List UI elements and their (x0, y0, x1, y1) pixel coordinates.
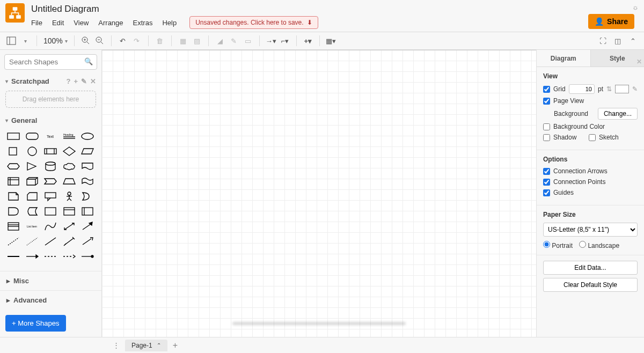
to-front-icon[interactable]: ▦ (178, 36, 188, 46)
undo-icon[interactable]: ↶ (118, 36, 128, 46)
drawing-canvas[interactable] (102, 50, 537, 337)
edit-icon[interactable]: ✎ (81, 77, 87, 85)
help-icon[interactable]: ? (66, 77, 70, 85)
shape-dotted-line[interactable] (24, 235, 40, 248)
shape-list[interactable] (5, 220, 21, 233)
portrait-radio[interactable] (543, 241, 550, 248)
menu-edit[interactable]: Edit (52, 19, 64, 27)
line-color-icon[interactable]: ✎ (229, 36, 239, 46)
fill-color-icon[interactable]: ◢ (215, 36, 225, 46)
shape-card[interactable] (24, 190, 40, 203)
scratchpad-header[interactable]: ▾ Scratchpad ? + ✎ ✕ (0, 74, 101, 89)
shape-rectangle[interactable] (5, 130, 21, 143)
guides-checkbox[interactable] (543, 189, 550, 196)
stepper-icon[interactable]: ⇅ (606, 85, 612, 93)
bg-color-checkbox[interactable] (543, 123, 550, 130)
zoom-dropdown[interactable]: 100% ▾ (43, 36, 68, 45)
landscape-radio-label[interactable]: Landscape (579, 241, 619, 249)
shape-data-storage[interactable] (24, 205, 40, 218)
edit-data-button[interactable]: Edit Data... (543, 261, 638, 275)
shape-list-item[interactable]: List Item (24, 220, 40, 233)
shadow-checkbox[interactable] (543, 134, 550, 141)
shape-rounded-rect[interactable] (24, 130, 40, 143)
grid-size-input[interactable] (569, 84, 595, 94)
delete-icon[interactable]: 🗑 (155, 36, 165, 46)
menu-extras[interactable]: Extras (133, 19, 153, 27)
shape-link4[interactable] (61, 250, 77, 263)
grid-color-swatch[interactable] (615, 85, 629, 93)
zoom-in-icon[interactable] (81, 36, 91, 46)
add-page-button[interactable]: + (173, 341, 178, 350)
misc-header[interactable]: ▸Misc (0, 271, 101, 290)
dropdown-caret-icon[interactable]: ▾ (20, 36, 30, 46)
theme-toggle-icon[interactable]: ☼ (632, 3, 639, 11)
menu-arrange[interactable]: Arrange (98, 19, 123, 27)
tab-diagram[interactable]: Diagram (537, 50, 590, 67)
collapse-icon[interactable]: ⌃ (628, 36, 638, 46)
shape-ellipse[interactable] (79, 130, 96, 143)
waypoint-icon[interactable]: ⌐▾ (280, 36, 290, 46)
shape-internal-storage[interactable] (5, 175, 21, 188)
shape-link5[interactable] (79, 250, 96, 263)
shape-cube[interactable] (24, 175, 40, 188)
portrait-radio-label[interactable]: Portrait (543, 241, 573, 249)
shape-text[interactable]: Text (42, 130, 58, 143)
document-title[interactable]: Untitled Diagram (31, 3, 639, 15)
tab-style[interactable]: Style ✕ (590, 50, 645, 67)
sidebar-toggle-icon[interactable] (6, 36, 16, 46)
shape-and[interactable] (5, 205, 21, 218)
change-background-button[interactable]: Change... (598, 108, 638, 120)
menu-view[interactable]: View (74, 19, 89, 27)
pages-menu-icon[interactable]: ⋮ (113, 341, 120, 349)
search-icon[interactable]: 🔍 (84, 57, 93, 65)
general-header[interactable]: ▾ General (0, 113, 101, 128)
shape-arrow[interactable] (79, 220, 96, 233)
connection-icon[interactable]: →▾ (266, 36, 276, 46)
search-shapes-input[interactable] (4, 54, 97, 70)
menu-help[interactable]: Help (162, 19, 177, 27)
shape-container[interactable] (42, 205, 58, 218)
shape-link3[interactable] (42, 250, 58, 263)
sketch-checkbox[interactable] (589, 134, 596, 141)
advanced-header[interactable]: ▸Advanced (0, 290, 101, 310)
shape-curve[interactable] (42, 220, 58, 233)
shape-triangle[interactable] (24, 160, 40, 173)
shape-parallelogram[interactable] (79, 145, 96, 158)
to-back-icon[interactable]: ▨ (192, 36, 202, 46)
shape-callout[interactable] (42, 190, 58, 203)
shape-note[interactable] (5, 190, 21, 203)
shape-hcontainer[interactable] (61, 205, 77, 218)
fullscreen-icon[interactable]: ⛶ (598, 36, 608, 46)
more-shapes-button[interactable]: + More Shapes (5, 315, 66, 332)
redo-icon[interactable]: ↷ (132, 36, 142, 46)
shape-tape[interactable] (79, 175, 96, 188)
close-icon[interactable]: ✕ (636, 53, 642, 70)
shape-cloud[interactable] (61, 160, 77, 173)
scratchpad-dropzone[interactable]: Drag elements here (5, 91, 96, 108)
shape-cylinder[interactable] (42, 160, 58, 173)
conn-points-checkbox[interactable] (543, 179, 550, 186)
paper-size-select[interactable]: US-Letter (8,5" x 11") (543, 223, 638, 237)
page-tab[interactable]: Page-1 ⌃ (125, 340, 167, 351)
page-view-checkbox[interactable] (543, 98, 550, 105)
shape-heading[interactable]: Heading (61, 130, 77, 143)
shape-dir-connector[interactable] (79, 235, 96, 248)
table-icon[interactable]: ▦▾ (326, 36, 336, 46)
shape-line[interactable] (42, 235, 58, 248)
shape-bidir-connector[interactable] (61, 235, 77, 248)
shape-or[interactable] (79, 190, 96, 203)
insert-icon[interactable]: +▾ (303, 36, 313, 46)
grid-checkbox[interactable] (543, 86, 550, 93)
shape-circle[interactable] (24, 145, 40, 158)
shape-bidir-arrow[interactable] (61, 220, 77, 233)
landscape-radio[interactable] (579, 241, 586, 248)
unsaved-changes-button[interactable]: Unsaved changes. Click here to save. ⬇ (189, 16, 318, 29)
shape-dashed-line[interactable] (5, 235, 21, 248)
shape-diamond[interactable] (61, 145, 77, 158)
conn-arrows-checkbox[interactable] (543, 168, 550, 175)
zoom-out-icon[interactable] (95, 36, 105, 46)
shape-document[interactable] (79, 160, 96, 173)
shape-hexagon[interactable] (5, 160, 21, 173)
edit-icon[interactable]: ✎ (632, 85, 638, 93)
close-icon[interactable]: ✕ (90, 77, 96, 85)
